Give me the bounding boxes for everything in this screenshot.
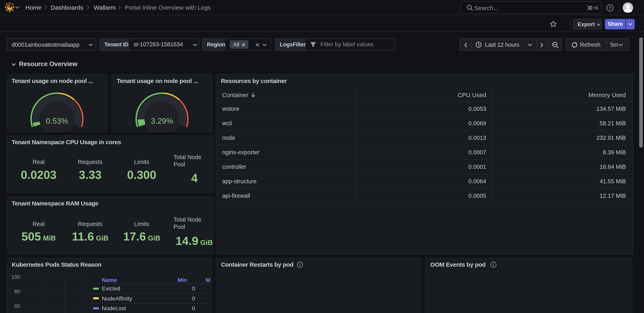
svg-text:?: ?	[608, 6, 611, 11]
svg-text:3.29%: 3.29%	[151, 117, 173, 125]
svg-text:0.53%: 0.53%	[46, 117, 68, 125]
